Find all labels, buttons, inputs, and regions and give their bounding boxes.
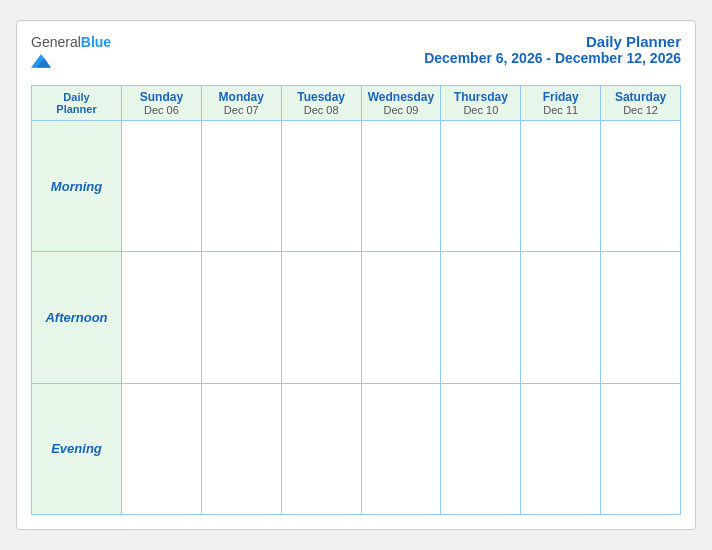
day-date-wednesday: Dec 09 <box>384 104 419 116</box>
cell-morning-saturday[interactable] <box>601 121 681 252</box>
cell-afternoon-friday[interactable] <box>521 252 601 383</box>
row-label-text-afternoon: Afternoon <box>45 310 107 325</box>
row-label-evening: Evening <box>32 384 122 515</box>
planner-date-range: December 6, 2026 - December 12, 2026 <box>424 50 681 66</box>
day-date-monday: Dec 07 <box>224 104 259 116</box>
header-day-sunday: Sunday Dec 06 <box>122 86 202 121</box>
cell-evening-monday[interactable] <box>202 384 282 515</box>
header-day-saturday: Saturday Dec 12 <box>601 86 681 121</box>
planner-container: GeneralBlue Daily Planner December 6, 20… <box>16 20 696 530</box>
cell-evening-thursday[interactable] <box>441 384 521 515</box>
row-label-afternoon: Afternoon <box>32 252 122 383</box>
day-date-thursday: Dec 10 <box>463 104 498 116</box>
logo-blue: Blue <box>81 34 111 50</box>
header-day-wednesday: Wednesday Dec 09 <box>362 86 442 121</box>
day-date-tuesday: Dec 08 <box>304 104 339 116</box>
cell-morning-monday[interactable] <box>202 121 282 252</box>
day-name-saturday: Saturday <box>615 90 666 104</box>
row-label-text-evening: Evening <box>51 441 102 456</box>
cell-evening-friday[interactable] <box>521 384 601 515</box>
header-daily: Daily <box>63 91 89 103</box>
cell-afternoon-wednesday[interactable] <box>362 252 442 383</box>
day-date-friday: Dec 11 <box>543 104 578 116</box>
cell-evening-sunday[interactable] <box>122 384 202 515</box>
cell-evening-tuesday[interactable] <box>282 384 362 515</box>
day-date-sunday: Dec 06 <box>144 104 179 116</box>
row-label-morning: Morning <box>32 121 122 252</box>
logo-general: General <box>31 34 81 50</box>
logo-icon <box>31 51 51 71</box>
day-name-friday: Friday <box>543 90 579 104</box>
logo: GeneralBlue <box>31 33 111 75</box>
cell-morning-sunday[interactable] <box>122 121 202 252</box>
header: GeneralBlue Daily Planner December 6, 20… <box>31 33 681 75</box>
cell-afternoon-saturday[interactable] <box>601 252 681 383</box>
row-label-text-morning: Morning <box>51 179 102 194</box>
header-day-monday: Monday Dec 07 <box>202 86 282 121</box>
header-day-friday: Friday Dec 11 <box>521 86 601 121</box>
cell-evening-wednesday[interactable] <box>362 384 442 515</box>
cell-evening-saturday[interactable] <box>601 384 681 515</box>
day-name-thursday: Thursday <box>454 90 508 104</box>
header-day-thursday: Thursday Dec 10 <box>441 86 521 121</box>
cell-morning-thursday[interactable] <box>441 121 521 252</box>
title-block: Daily Planner December 6, 2026 - Decembe… <box>424 33 681 66</box>
cell-afternoon-sunday[interactable] <box>122 252 202 383</box>
cell-morning-wednesday[interactable] <box>362 121 442 252</box>
day-date-saturday: Dec 12 <box>623 104 658 116</box>
day-name-wednesday: Wednesday <box>368 90 434 104</box>
cell-morning-tuesday[interactable] <box>282 121 362 252</box>
header-planner: Planner <box>56 103 96 115</box>
planner-title: Daily Planner <box>424 33 681 50</box>
header-day-tuesday: Tuesday Dec 08 <box>282 86 362 121</box>
cell-afternoon-tuesday[interactable] <box>282 252 362 383</box>
day-name-sunday: Sunday <box>140 90 183 104</box>
cell-afternoon-thursday[interactable] <box>441 252 521 383</box>
day-name-monday: Monday <box>219 90 264 104</box>
cell-afternoon-monday[interactable] <box>202 252 282 383</box>
day-name-tuesday: Tuesday <box>297 90 345 104</box>
header-label-cell: Daily Planner <box>32 86 122 121</box>
planner-grid: Daily Planner Sunday Dec 06 Monday Dec 0… <box>31 85 681 515</box>
cell-morning-friday[interactable] <box>521 121 601 252</box>
